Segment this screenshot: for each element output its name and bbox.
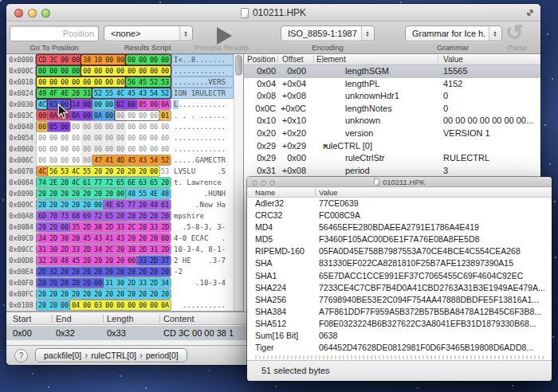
hex-byte[interactable]: 33 [148,222,159,232]
hex-ascii[interactable]: 4-0 ECAC . [170,233,234,244]
hex-byte[interactable]: 20 [48,256,59,265]
hex-byte[interactable]: 2D [59,245,70,254]
hex-byte[interactable]: 00 [148,144,159,154]
help-button[interactable]: ? [14,349,28,363]
hex-byte[interactable]: 00 [92,100,104,109]
hex-byte[interactable]: 41 [104,155,115,165]
hex-byte[interactable]: 00 [70,77,81,87]
hex-byte[interactable]: 00 [92,66,104,76]
fullscreen-icon[interactable] [525,8,535,18]
checksum-row[interactable]: Sum[16 Bit]0638 [247,330,552,342]
hex-byte[interactable]: 20 [159,178,171,187]
grammar-dropdown[interactable]: Grammar for Ice h... ▲▼ [405,25,502,41]
hex-byte[interactable]: 05 [48,122,59,131]
hex-byte[interactable]: 65 [115,178,126,187]
checksum-row[interactable]: Adler3277CE0639 [247,198,552,210]
hex-byte[interactable]: 55 [137,189,148,198]
hex-ascii[interactable]: ............ [170,121,234,132]
hex-byte[interactable]: 20 [92,289,104,299]
hex-byte[interactable]: 43 [115,233,126,243]
hex-byte[interactable]: 4F [48,88,59,98]
hex-byte[interactable]: 00 [59,66,70,76]
hex-ascii[interactable]: .HUNH [170,188,234,199]
hex-byte[interactable]: 4D [115,155,126,165]
hex-byte[interactable]: 20 [126,233,137,243]
hex-byte[interactable]: 43 [92,233,104,243]
hex-byte[interactable]: 2D [148,256,159,265]
hex-byte[interactable]: 01 [159,111,171,120]
hex-byte[interactable]: 69 [81,211,92,221]
hex-byte[interactable]: 20 [126,211,137,221]
hex-byte[interactable]: 35 [70,222,81,232]
hex-byte[interactable]: 00 [115,144,126,154]
checksum-row[interactable]: MD5F3460F105AC00D6E1F7A76E08A8FE5D8 [247,233,552,245]
process-results-icon[interactable] [217,27,232,45]
hex-byte[interactable]: 20 [137,267,148,276]
hex-byte[interactable]: 56 [48,167,59,176]
hex-byte[interactable]: 00 [81,66,92,76]
breadcrumb-item[interactable]: ruleCTRL[0] [86,351,141,360]
hex-byte[interactable]: 0A [92,111,104,120]
hex-byte[interactable]: 00 [115,66,126,76]
hex-byte[interactable]: 00 [81,111,92,120]
hex-byte[interactable]: 4C [70,167,81,176]
hex-byte[interactable]: 20 [92,267,104,276]
hex-byte[interactable]: 0A [159,100,171,109]
hex-byte[interactable]: 48 [159,189,171,198]
hex-byte[interactable]: 00 [48,77,59,87]
hex-byte[interactable]: 05 [137,100,148,109]
hex-byte[interactable]: 56 [126,77,137,87]
hex-byte[interactable]: 00 [59,77,70,87]
hex-byte[interactable]: 72 [104,178,115,187]
hex-byte[interactable]: 6E [126,178,137,187]
hex-byte[interactable]: 00 [148,55,159,65]
breadcrumb-item[interactable]: period[0] [141,351,183,360]
hex-scrollbar[interactable] [234,54,243,311]
hex-byte[interactable]: 00 [37,155,48,165]
hex-byte[interactable]: 4E [104,200,115,210]
hex-byte[interactable]: 33 [70,245,81,254]
hex-byte[interactable]: 00 [92,77,104,87]
hex-byte[interactable]: 37 [159,256,171,265]
hex-byte[interactable]: 20 [37,278,48,288]
hex-byte[interactable]: 73 [59,211,70,221]
hex-byte[interactable]: 31 [37,245,48,254]
hex-byte[interactable]: 38 [81,55,92,65]
hex-byte[interactable]: 2D [81,222,92,232]
hex-byte[interactable]: 4C [37,100,48,109]
sel-col-length[interactable]: Length [107,312,134,325]
hex-byte[interactable]: 49 [37,88,48,98]
breadcrumb-item[interactable]: packfile[0] [39,351,86,360]
hex-byte[interactable]: 33 [115,222,126,232]
hex-byte[interactable]: 48 [59,256,70,265]
hex-byte[interactable]: 54 [148,88,159,98]
hex-byte[interactable]: 00 [92,122,104,131]
hex-byte[interactable]: 72 [92,211,104,221]
hex-byte[interactable]: 00 [70,55,81,65]
hex-byte[interactable]: 74 [37,178,48,187]
sel-col-content[interactable]: Content [163,312,195,325]
hex-byte[interactable]: 00 [115,189,126,198]
hex-byte[interactable]: 20 [37,189,48,198]
hex-byte[interactable]: 20 [48,278,59,288]
hex-byte[interactable]: 00 [126,144,137,154]
hex-byte[interactable]: 20 [148,289,159,299]
hex-byte[interactable]: 20 [104,289,115,299]
hex-byte[interactable]: 20 [137,222,148,232]
hex-byte[interactable]: 20 [70,189,81,198]
hex-byte[interactable]: 20 [137,233,148,243]
hex-byte[interactable]: 00 [137,66,148,76]
hex-byte[interactable]: 2C [126,222,137,232]
hex-byte[interactable]: 00 [126,256,137,265]
checksum-row[interactable]: SHA831330EF022CA8281810F25B7AFE123897390… [247,257,552,269]
hex-byte[interactable]: 20 [48,189,59,198]
hex-byte[interactable]: 55 [81,167,92,176]
hex-byte[interactable]: 2D [48,233,59,243]
hex-byte[interactable]: 00 [159,55,171,65]
hex-byte[interactable]: 45 [126,155,137,165]
hex-byte[interactable]: 00 [59,300,70,310]
hex-ascii[interactable]: LVSLU .S [170,166,234,177]
hex-byte[interactable]: 00 [148,167,159,176]
hex-byte[interactable]: 00 [104,111,115,120]
hex-byte[interactable]: CD [37,55,48,65]
